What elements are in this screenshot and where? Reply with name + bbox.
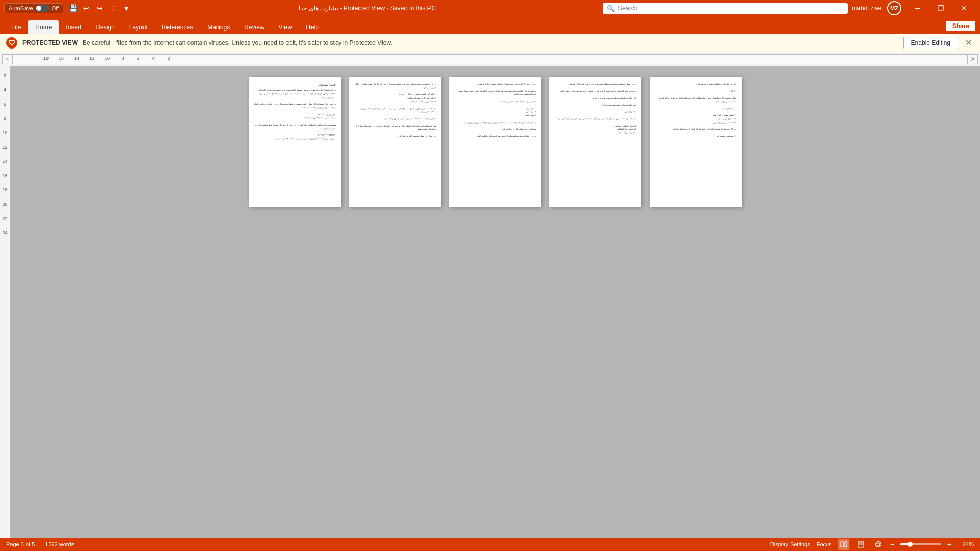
page-info: Page 3 of 5 (6, 541, 35, 547)
ruler-v-num: 20 (2, 197, 7, 211)
zoom-level[interactable]: 24% (958, 541, 974, 547)
quick-access-toolbar: 💾 ↩ ↪ 🖨 ▼ (67, 3, 132, 14)
ruler-num: 16 (54, 56, 69, 61)
main-area: 2 4 6 8 10 12 14 16 18 20 22 24 عنوان بخ… (0, 66, 980, 538)
ruler-close-icon[interactable]: ✕ (968, 54, 978, 64)
ruler-v-num: 10 (2, 126, 7, 140)
page-1-content: عنوان بخش اول در این بخش از کتاب، نویسند… (254, 83, 336, 141)
document-area: عنوان بخش اول در این بخش از کتاب، نویسند… (10, 66, 980, 538)
document-page-2: در این قسمت، نویسنده به تشریح جزئیات بیش… (349, 77, 441, 207)
tab-design[interactable]: Design (88, 20, 122, 34)
window-controls: ─ ❐ ✕ (905, 0, 976, 16)
statusbar-right: Display Settings Focus − + 24% (770, 539, 974, 550)
ruler-v-num: 2 (4, 68, 6, 83)
document-title: بشارت های خدا - Protected View - Saved t… (136, 5, 599, 12)
document-page-1: عنوان بخش اول در این بخش از کتاب، نویسند… (249, 77, 341, 207)
read-mode-icon (840, 541, 847, 548)
protected-view-bar: 🛡 PROTECTED VIEW Be careful—files from t… (0, 34, 980, 52)
document-page-3: در این بخش از کتاب، به بررسی جنبه‌های مخ… (449, 77, 541, 207)
page-3-content: در این بخش از کتاب، به بررسی جنبه‌های مخ… (455, 83, 536, 138)
ruler-v-num: 24 (2, 226, 7, 240)
ruler-vertical: 2 4 6 8 10 12 14 16 18 20 22 24 (0, 66, 10, 538)
close-button[interactable]: ✕ (952, 0, 976, 16)
svg-rect-1 (844, 542, 847, 547)
zoom-slider[interactable] (900, 543, 941, 545)
ruler-num: 14 (69, 56, 84, 61)
focus-button[interactable]: Focus (817, 541, 832, 547)
autosave-label: AutoSave (9, 5, 33, 11)
tab-references[interactable]: References (155, 20, 200, 34)
share-button[interactable]: Share (946, 20, 976, 32)
print-layout-button[interactable] (855, 539, 867, 550)
ruler-num: 12 (84, 56, 100, 61)
ruler-v-num: 16 (2, 169, 7, 183)
page-5-content: دارد و زمینه را برای مطالعه بیشتر فراهم … (655, 83, 736, 138)
username-label: mahdi ziaei (852, 5, 883, 12)
search-box[interactable]: 🔍 (603, 3, 848, 14)
read-mode-button[interactable] (838, 539, 849, 550)
ruler-v-num: 22 (2, 211, 7, 226)
user-avatar[interactable]: MZ (887, 1, 901, 15)
print-icon[interactable]: 🖨 (107, 3, 118, 14)
save-icon[interactable]: 💾 (67, 3, 79, 14)
ribbon-tabs: File Home Insert Design Layout Reference… (0, 16, 980, 34)
user-info: mahdi ziaei MZ (852, 1, 901, 15)
ruler-num: 18 (38, 56, 54, 61)
zoom-out-button[interactable]: − (890, 540, 894, 548)
tab-insert[interactable]: Insert (59, 20, 88, 34)
ruler-v-num: 14 (2, 154, 7, 169)
redo-icon[interactable]: ↪ (94, 3, 105, 14)
svg-point-7 (877, 542, 879, 547)
autosave-toggle-switch[interactable] (35, 5, 50, 12)
close-protected-bar-icon[interactable]: ✕ (963, 38, 974, 47)
word-count: 1392 words (45, 541, 74, 547)
minimize-button[interactable]: ─ (905, 0, 929, 16)
titlebar: AutoSave Off 💾 ↩ ↪ 🖨 ▼ بشارت های خدا - P… (0, 0, 980, 16)
ruler-v-num: 4 (4, 83, 6, 97)
ruler-num: 10 (100, 56, 115, 61)
document-pages-row: عنوان بخش اول در این بخش از کتاب، نویسند… (249, 77, 742, 207)
svg-rect-0 (841, 542, 843, 547)
protected-label: PROTECTED VIEW (22, 39, 78, 46)
tab-file[interactable]: File (4, 20, 28, 34)
tab-review[interactable]: Review (237, 20, 271, 34)
page-4-content: در این فصل، نویسنده به جمع‌بندی مطالب قب… (555, 83, 636, 135)
tab-mailings[interactable]: Mailings (200, 20, 237, 34)
tab-home[interactable]: Home (28, 20, 59, 34)
ruler-v-num: 8 (4, 111, 6, 126)
protected-icon: 🛡 (6, 37, 17, 49)
ruler-v-num: 6 (4, 97, 6, 111)
display-settings-button[interactable]: Display Settings (770, 541, 810, 547)
svg-point-6 (875, 542, 881, 547)
tab-help[interactable]: Help (299, 20, 326, 34)
autosave-toggle[interactable]: AutoSave Off (4, 3, 63, 13)
document-page-5: دارد و زمینه را برای مطالعه بیشتر فراهم … (650, 77, 742, 207)
svg-rect-2 (858, 541, 864, 547)
ruler-h-bar: 18 16 14 12 10 8 6 4 2 (12, 54, 968, 64)
protected-message: Be careful—files from the Internet can c… (83, 39, 898, 46)
page-2-content: در این قسمت، نویسنده به تشریح جزئیات بیش… (354, 83, 436, 138)
ruler-num: 4 (146, 56, 161, 61)
ruler-corner[interactable]: ↖ (2, 54, 12, 64)
ruler-numbers: 18 16 14 12 10 8 6 4 2 (38, 56, 176, 61)
enable-editing-button[interactable]: Enable Editing (903, 37, 958, 49)
tab-layout[interactable]: Layout (122, 20, 155, 34)
ruler-num: 6 (130, 56, 146, 61)
tab-view[interactable]: View (272, 20, 299, 34)
zoom-in-button[interactable]: + (947, 540, 951, 548)
web-layout-button[interactable] (873, 539, 884, 550)
ruler-num: 8 (115, 56, 130, 61)
ruler-v-num: 12 (2, 140, 7, 154)
undo-icon[interactable]: ↩ (81, 3, 92, 14)
ruler-horizontal: ↖ 18 16 14 12 10 8 6 4 2 ✕ (0, 52, 980, 66)
print-layout-icon (857, 541, 865, 548)
search-input[interactable] (618, 5, 844, 12)
ruler-num: 2 (161, 56, 176, 61)
restore-button[interactable]: ❐ (929, 0, 952, 16)
document-page-4: در این فصل، نویسنده به جمع‌بندی مطالب قب… (549, 77, 641, 207)
statusbar: Page 3 of 5 1392 words Display Settings … (0, 538, 980, 551)
search-icon: 🔍 (607, 5, 615, 12)
ruler-v-num: 18 (2, 183, 7, 197)
qat-more-icon[interactable]: ▼ (121, 3, 132, 14)
autosave-state: Off (52, 5, 59, 11)
